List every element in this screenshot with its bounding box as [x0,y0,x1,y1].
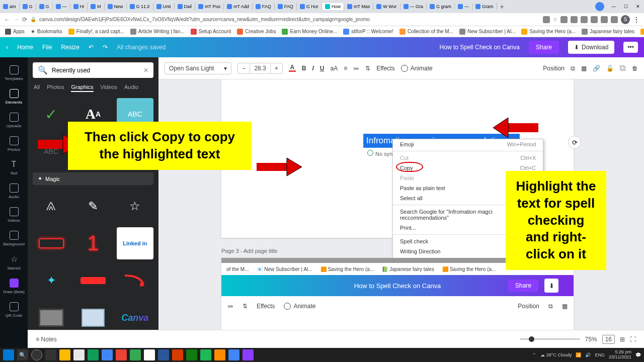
clock[interactable]: 5:26 pm23/11/2021 [609,350,631,360]
rail-audio[interactable]: Audio [0,179,28,203]
browser-tab[interactable]: mT Add [224,3,253,10]
task-view-button[interactable] [45,349,56,360]
copy-style-icon[interactable]: ⧉ [571,65,575,72]
resize-menu[interactable]: Resize [61,44,79,51]
spacing-button[interactable]: ⇅ [365,65,370,72]
browser-tab[interactable]: FAQ [253,3,275,10]
extension-icon[interactable] [611,16,618,23]
more-button[interactable]: ••• [623,42,638,53]
show-hidden-icons[interactable]: ⌃ [532,352,536,357]
browser-tab[interactable]: mT Pos [195,3,224,10]
increase-size-button[interactable]: + [271,63,282,73]
clear-search-icon[interactable]: ✕ [143,67,148,74]
minimize-icon[interactable]: — [607,4,620,9]
rail-videos[interactable]: Videos [0,203,28,227]
cortana-button[interactable] [31,349,42,360]
browser-tab[interactable]: — [455,3,472,10]
taskbar-app[interactable] [102,349,113,360]
new-tab-button[interactable]: + [497,3,507,11]
home-link[interactable]: Home [17,44,33,51]
tab-videos[interactable]: Videos [101,84,117,92]
bookmark-item[interactable]: Setup Account [191,29,231,35]
extension-icon[interactable] [581,16,588,23]
weather-widget[interactable]: ☁ 28°C Cloudy [540,352,572,357]
bookmark-item[interactable]: Finally!, a card capt... [68,29,124,35]
rail-uploads[interactable]: Uploads [0,109,28,132]
profile-icon[interactable] [595,2,604,11]
browser-tab[interactable]: M [88,3,105,10]
taskbar-app[interactable] [172,349,183,360]
forward-button[interactable]: → [13,16,19,23]
download-button[interactable]: ⬇Download [568,41,614,54]
rail-elements[interactable]: Elements [0,85,28,109]
taskbar-app[interactable] [116,349,127,360]
browser-tab[interactable]: G gram [427,3,455,10]
italic-button[interactable]: I [312,65,313,72]
case-button[interactable]: aA [330,65,338,72]
graphic-item[interactable]: ⩓ [33,190,69,222]
browser-tab[interactable]: FAQ [275,3,297,10]
page-count-badge[interactable]: 16 [602,335,615,344]
taskbar-app[interactable] [243,349,254,360]
bookmark-apps[interactable]: Apps [5,29,25,35]
browser-tab[interactable]: Dail [175,3,196,10]
browser-tab[interactable]: — [53,3,70,10]
back-button[interactable]: ← [4,16,10,23]
graphic-item[interactable]: Canva [117,302,153,334]
profile-avatar[interactable]: S [621,15,630,24]
taskbar-app[interactable] [73,349,85,360]
underline-button[interactable]: U [320,65,325,72]
bookmark-item[interactable]: ★ Bookmarks [31,29,62,34]
browser-tab[interactable]: W Wor [373,3,400,10]
back-arrow-icon[interactable]: ‹ [6,44,8,51]
taskbar-app[interactable] [158,349,169,360]
rail-qrcode[interactable]: QR Code [0,298,28,322]
zoom-value[interactable]: 75% [585,336,597,343]
rail-starred[interactable]: ☆Starred [0,250,28,275]
ctx-emoji[interactable]: EmojiWin+Period [393,139,543,149]
font-size-value[interactable]: 28.3 [250,63,270,73]
browser-tab[interactable]: G Hor [297,3,322,10]
browser-tab-active[interactable]: How [322,3,344,10]
transparency-icon[interactable]: ▦ [581,65,587,72]
taskbar-app[interactable] [88,349,99,360]
browser-tab[interactable]: mT Mas [344,3,373,10]
tab-audio[interactable]: Audio [124,84,138,92]
ctx-cut[interactable]: CutCtrl+X [393,153,543,163]
search-input[interactable] [52,67,139,74]
extension-icon[interactable] [591,16,598,23]
bookmark-item[interactable]: Earn Money Online... [282,29,337,35]
rail-photos[interactable]: Photos [0,132,28,156]
graphic-item[interactable]: ✎ [74,190,111,222]
graphic-item[interactable] [74,302,111,334]
browser-tab[interactable]: am [0,3,20,10]
graphic-item[interactable]: Linked in [117,227,153,259]
graphic-item[interactable] [117,264,153,297]
graphic-item[interactable]: ☆ [117,190,153,222]
zoom-slider[interactable] [520,338,580,340]
magic-row[interactable]: ✦Magic [33,172,153,185]
extension-icon[interactable] [560,16,568,23]
browser-tab[interactable]: Gram [472,3,497,10]
volume-icon[interactable]: 🔊 [585,352,591,357]
extension-icon[interactable] [571,16,578,23]
graphic-item[interactable]: ✓ [33,98,69,130]
bookmark-item[interactable]: stiforP :: Welcome! [343,29,393,35]
taskbar-app[interactable] [130,349,141,360]
animate-button[interactable]: Animate [401,65,433,72]
decrease-size-button[interactable]: − [238,63,250,73]
bookmark-item[interactable]: Saving the Hero (a... [640,29,644,35]
align-button[interactable]: ≡ [344,65,347,72]
search-elements[interactable]: 🔍 ✕ [33,62,153,78]
browser-tab[interactable]: G [36,3,53,10]
notes-button[interactable]: ≡ Notes [36,336,57,343]
taskbar-app[interactable] [228,349,239,360]
graphic-item[interactable] [74,264,111,297]
bookmark-item[interactable]: Article Writing | fan... [130,29,185,35]
zoom-thumb[interactable] [529,336,534,342]
taskbar-app[interactable] [59,349,70,360]
text-color-button[interactable]: A [289,64,296,72]
file-menu[interactable]: File [42,44,52,51]
taskbar-app[interactable] [144,349,155,360]
effects-button[interactable]: Effects [376,65,394,72]
